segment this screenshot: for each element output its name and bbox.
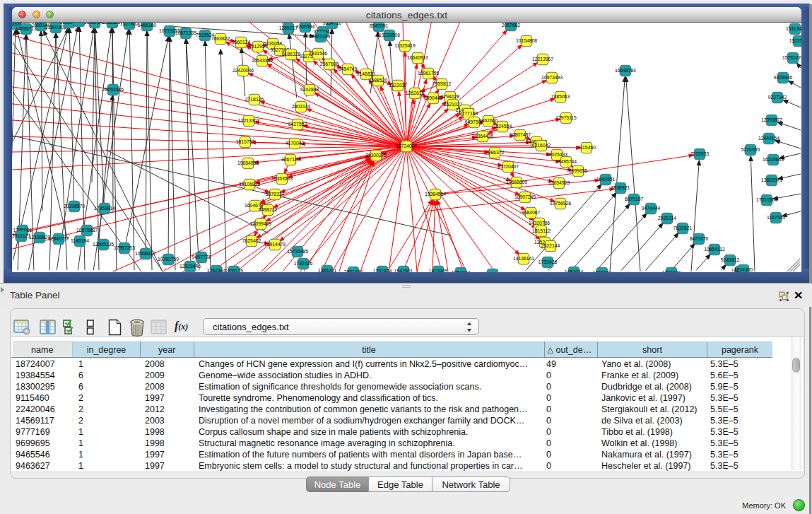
svg-text:9554710: 9554710	[323, 23, 342, 25]
svg-text:1322530: 1322530	[789, 38, 801, 43]
svg-text:1845203: 1845203	[593, 270, 612, 272]
svg-text:9474444: 9474444	[642, 206, 661, 211]
svg-text:1284520: 1284520	[662, 270, 681, 272]
svg-text:1385201: 1385201	[318, 268, 337, 272]
svg-text:7955812: 7955812	[433, 81, 452, 86]
svg-text:19106825: 19106825	[239, 182, 260, 187]
svg-text:1262615: 1262615	[406, 90, 425, 95]
svg-text:16914479: 16914479	[264, 242, 286, 247]
svg-text:17359914: 17359914	[94, 206, 115, 211]
svg-text:15353593: 15353593	[271, 176, 293, 181]
svg-text:3215933: 3215933	[690, 151, 710, 156]
svg-text:15751074: 15751074	[782, 55, 801, 60]
svg-text:7663822: 7663822	[211, 36, 230, 41]
svg-text:3624554: 3624554	[493, 124, 512, 129]
svg-text:16961755: 16961755	[418, 71, 439, 76]
svg-text:6216042: 6216042	[532, 143, 551, 148]
svg-text:10975887: 10975887	[76, 228, 98, 233]
svg-text:10154808: 10154808	[516, 38, 537, 43]
svg-text:3915121: 3915121	[12, 233, 30, 238]
svg-text:12213302: 12213302	[238, 118, 259, 123]
svg-text:19756928: 19756928	[550, 201, 571, 206]
svg-text:9146821: 9146821	[357, 71, 376, 76]
svg-text:6990443: 6990443	[424, 95, 443, 100]
svg-text:2935114: 2935114	[658, 216, 676, 221]
svg-text:10807487: 10807487	[510, 132, 531, 137]
svg-text:12975115: 12975115	[555, 115, 577, 120]
svg-text:8471676: 8471676	[690, 236, 709, 241]
svg-text:10671355: 10671355	[175, 30, 196, 35]
svg-text:14099489: 14099489	[250, 221, 271, 226]
svg-text:14136141: 14136141	[513, 256, 534, 261]
svg-text:1733426: 1733426	[294, 261, 313, 266]
svg-text:7625402: 7625402	[242, 238, 261, 243]
svg-text:9457771: 9457771	[192, 255, 211, 259]
svg-text:5878334: 5878334	[266, 192, 285, 197]
svg-text:1542901: 1542901	[394, 269, 413, 272]
svg-text:5322037: 5322037	[389, 83, 408, 88]
svg-text:1511342: 1511342	[786, 26, 801, 31]
svg-text:12213967: 12213967	[532, 57, 553, 62]
svg-text:8186328: 8186328	[282, 52, 301, 57]
svg-text:2367608: 2367608	[320, 62, 339, 66]
svg-text:1292344: 1292344	[207, 268, 226, 272]
svg-text:12505135: 12505135	[93, 242, 114, 247]
svg-text:8454749: 8454749	[339, 66, 358, 71]
svg-text:7485063: 7485063	[551, 94, 570, 99]
svg-text:1588520: 1588520	[369, 78, 388, 83]
svg-text:8938921: 8938921	[611, 185, 630, 190]
svg-text:17010504: 17010504	[756, 197, 777, 202]
svg-text:1527602: 1527602	[120, 23, 139, 26]
svg-text:19218506: 19218506	[379, 33, 400, 37]
svg-text:11325419: 11325419	[394, 43, 416, 48]
svg-text:6794028: 6794028	[441, 94, 460, 99]
svg-text:2087682: 2087682	[502, 23, 521, 28]
svg-text:12156829: 12156829	[29, 235, 50, 240]
svg-text:12654923: 12654923	[548, 180, 570, 185]
svg-text:8547091: 8547091	[370, 23, 389, 28]
svg-text:2931546: 2931546	[309, 51, 328, 56]
svg-text:16640910: 16640910	[407, 55, 428, 60]
svg-text:19654935: 19654935	[237, 160, 259, 165]
svg-text:9227342: 9227342	[768, 95, 787, 100]
svg-text:10654112: 10654112	[704, 247, 725, 252]
svg-text:2718126: 2718126	[245, 97, 264, 102]
svg-text:3267110: 3267110	[281, 157, 300, 162]
svg-text:1292834: 1292834	[373, 269, 392, 272]
svg-text:12444154: 12444154	[758, 136, 779, 141]
svg-text:14320786: 14320786	[529, 221, 550, 226]
svg-text:2951034: 2951034	[344, 269, 363, 272]
svg-text:20364436: 20364436	[472, 134, 493, 139]
svg-text:7357224: 7357224	[312, 34, 331, 39]
svg-text:8427552: 8427552	[288, 122, 307, 127]
svg-text:20206570: 20206570	[64, 204, 85, 209]
svg-text:6699695: 6699695	[569, 168, 588, 173]
svg-text:12093872: 12093872	[761, 117, 782, 122]
svg-text:18907249: 18907249	[514, 194, 536, 199]
svg-text:7986372: 7986372	[486, 150, 505, 155]
svg-text:10973493: 10973493	[541, 75, 563, 80]
svg-text:10958127: 10958127	[135, 251, 156, 256]
svg-text:22420046: 22420046	[233, 68, 254, 73]
svg-text:12923446: 12923446	[180, 264, 201, 269]
svg-text:1250342: 1250342	[483, 271, 502, 272]
svg-text:1815112: 1815112	[532, 228, 551, 233]
svg-text:16543382: 16543382	[252, 58, 273, 63]
svg-text:9245612: 9245612	[721, 257, 740, 262]
svg-text:1810752: 1810752	[236, 139, 255, 144]
svg-text:6466160: 6466160	[138, 23, 157, 28]
svg-text:1167533: 1167533	[767, 215, 785, 220]
svg-text:19384554: 19384554	[425, 192, 446, 197]
svg-text:9660124: 9660124	[232, 40, 251, 45]
svg-text:2522144: 2522144	[541, 243, 560, 248]
svg-text:17957253: 17957253	[114, 245, 135, 250]
svg-text:1640951: 1640951	[596, 177, 616, 182]
svg-text:9242848: 9242848	[300, 87, 319, 92]
svg-text:9684067: 9684067	[522, 210, 541, 215]
svg-text:5498222: 5498222	[259, 207, 278, 212]
svg-text:16210643: 16210643	[763, 157, 784, 162]
svg-text:1452034: 1452034	[565, 269, 584, 272]
svg-text:9777169: 9777169	[459, 111, 478, 116]
svg-text:7462660: 7462660	[479, 118, 498, 123]
svg-text:28053346: 28053346	[102, 87, 124, 92]
